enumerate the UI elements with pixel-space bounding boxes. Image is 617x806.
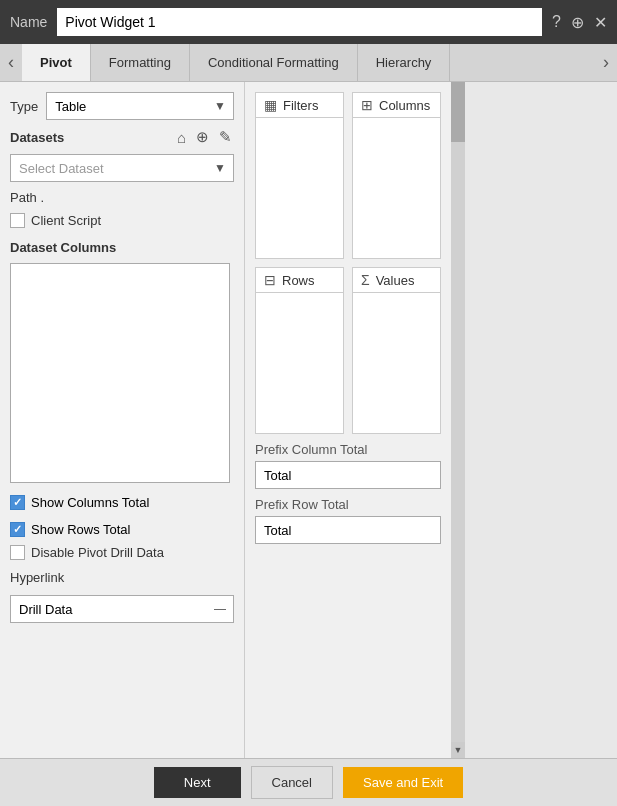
columns-body[interactable] [353,118,440,258]
dataset-columns-label: Dataset Columns [10,240,234,255]
path-label: Path [10,190,37,205]
tab-hierarchy[interactable]: Hierarchy [358,44,451,81]
bottom-bar: Next Cancel Save and Exit [0,758,617,806]
prefix-row-total-input[interactable] [255,516,441,544]
values-header: Σ Values [353,268,440,293]
cancel-button[interactable]: Cancel [251,766,333,799]
help-icon[interactable]: ? [552,13,561,32]
filters-header: ▦ Filters [256,93,343,118]
disable-pivot-row: Disable Pivot Drill Data [10,545,234,560]
columns-section: ⊞ Columns [352,92,441,259]
dataset-select-wrap: Select Dataset ▼ [10,154,234,182]
rows-values-grid: ⊟ Rows Σ Values [255,267,441,434]
client-script-row: Client Script [10,213,234,228]
tab-formatting[interactable]: Formatting [91,44,190,81]
dataset-add-button[interactable]: ⊕ [194,128,211,146]
right-panel: ▦ Filters ⊞ Columns ⊟ [245,82,451,758]
filters-section: ▦ Filters [255,92,344,259]
show-rows-total-row: Show Rows Total [10,522,234,537]
show-columns-total-label: Show Columns Total [31,495,149,510]
rows-icon: ⊟ [264,272,276,288]
type-label: Type [10,99,38,114]
path-row: Path . [10,190,234,205]
values-label: Values [376,273,415,288]
prefix-column-total-section: Prefix Column Total [255,442,441,489]
client-script-label: Client Script [31,213,101,228]
dataset-columns-box [10,263,230,483]
hyperlink-select[interactable]: Drill Data None Custom [10,595,234,623]
tab-pivot[interactable]: Pivot [22,44,91,81]
tab-prev-button[interactable]: ‹ [0,44,22,81]
prefix-row-total-section: Prefix Row Total [255,497,441,544]
save-exit-button[interactable]: Save and Exit [343,767,463,798]
tab-bar: ‹ Pivot Formatting Conditional Formattin… [0,44,617,82]
rows-label: Rows [282,273,315,288]
columns-icon: ⊞ [361,97,373,113]
disable-pivot-label: Disable Pivot Drill Data [31,545,164,560]
disable-pivot-checkbox[interactable] [10,545,25,560]
columns-header: ⊞ Columns [353,93,440,118]
dataset-select[interactable]: Select Dataset [10,154,234,182]
show-rows-total-label: Show Rows Total [31,522,130,537]
rows-section: ⊟ Rows [255,267,344,434]
prefix-column-total-label: Prefix Column Total [255,442,441,457]
columns-label: Columns [379,98,430,113]
datasets-label: Datasets [10,130,169,145]
show-columns-total-checkbox[interactable] [10,495,25,510]
filters-label: Filters [283,98,318,113]
datasets-header: Datasets ⌂ ⊕ ✎ [10,128,234,146]
move-icon[interactable]: ⊕ [571,13,584,32]
scroll-thumb[interactable] [451,82,465,142]
dataset-home-button[interactable]: ⌂ [175,129,188,146]
tab-next-button[interactable]: › [595,44,617,81]
main-content: Type Table Pivot ▼ Datasets ⌂ ⊕ ✎ [0,82,451,758]
values-icon: Σ [361,272,370,288]
vertical-scrollbar[interactable]: ▲ ▼ [451,82,465,758]
title-icons: ? ⊕ ✕ [552,13,607,32]
dataset-edit-button[interactable]: ✎ [217,128,234,146]
values-body[interactable] [353,293,440,433]
next-button[interactable]: Next [154,767,241,798]
title-bar: Name ? ⊕ ✕ [0,0,617,44]
show-columns-total-row: Show Columns Total [10,495,234,510]
prefix-row-total-label: Prefix Row Total [255,497,441,512]
filters-body[interactable] [256,118,343,258]
close-icon[interactable]: ✕ [594,13,607,32]
hyperlink-select-wrap: Drill Data None Custom — [10,595,234,623]
type-select-wrap: Table Pivot ▼ [46,92,234,120]
rows-header: ⊟ Rows [256,268,343,293]
filters-icon: ▦ [264,97,277,113]
widget-name-input[interactable] [57,8,542,36]
hyperlink-label: Hyperlink [10,570,234,585]
show-rows-total-checkbox[interactable] [10,522,25,537]
path-value: . [40,190,44,205]
left-panel: Type Table Pivot ▼ Datasets ⌂ ⊕ ✎ [0,82,245,758]
type-select[interactable]: Table Pivot [46,92,234,120]
rows-body[interactable] [256,293,343,433]
type-row: Type Table Pivot ▼ [10,92,234,120]
client-script-checkbox[interactable] [10,213,25,228]
filters-columns-grid: ▦ Filters ⊞ Columns [255,92,441,259]
name-label: Name [10,14,47,30]
values-section: Σ Values [352,267,441,434]
tab-conditional-formatting[interactable]: Conditional Formatting [190,44,358,81]
prefix-column-total-input[interactable] [255,461,441,489]
scroll-arrow-down[interactable]: ▼ [451,742,465,758]
